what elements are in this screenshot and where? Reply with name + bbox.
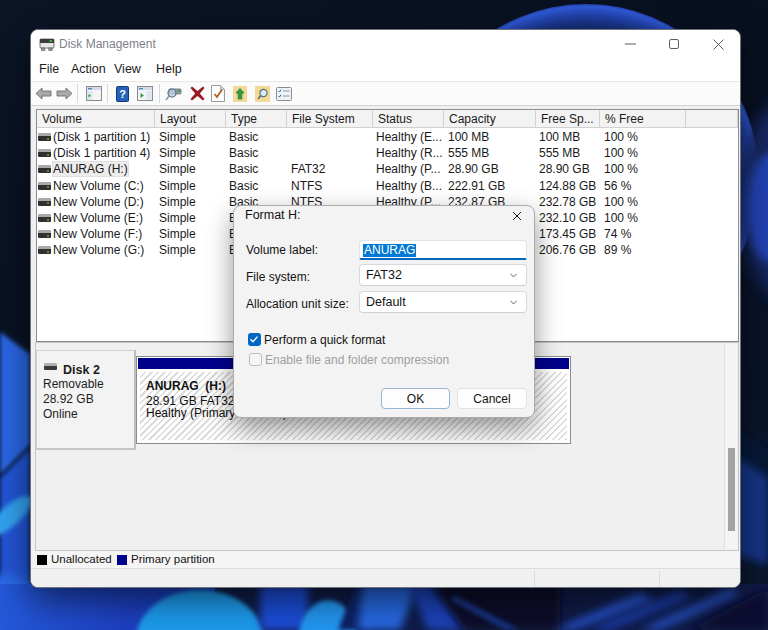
svg-text:?: ?: [119, 88, 126, 100]
